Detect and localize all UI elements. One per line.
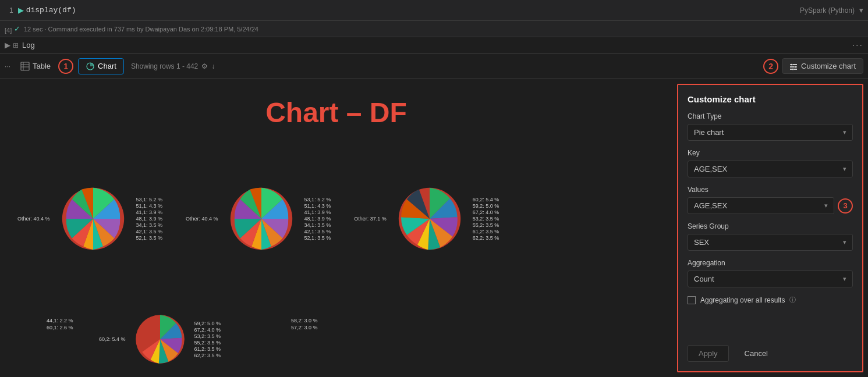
badge-3: 3: [838, 198, 853, 214]
panel-actions: Apply Cancel: [688, 345, 853, 362]
table-icon: [20, 62, 30, 71]
pie-3-bottom-label-0: 58,2: 3.0 %: [291, 318, 318, 323]
series-group-select[interactable]: SEX ▾: [688, 234, 853, 251]
key-select[interactable]: AGE,SEX ▾: [688, 161, 853, 177]
pie-1-right-label-1: 51,1: 4.3 %: [136, 203, 163, 209]
pie-4-svg: [128, 307, 192, 371]
pie-4-right-label-1: 67,2: 4.0 %: [194, 327, 221, 333]
pie-1-right-label-3: 48,1: 3.9 %: [136, 216, 163, 222]
pie-2-right-label-6: 52,1: 3.5 %: [304, 235, 331, 241]
pie-2-svg: [221, 178, 302, 259]
pie-3-right-label-4: 55,2: 3.5 %: [473, 222, 499, 228]
pie-3-right-label-5: 61,2: 3.5 %: [473, 229, 499, 234]
apply-button[interactable]: Apply: [688, 345, 729, 362]
key-label: Key: [688, 149, 853, 157]
aggregating-checkbox[interactable]: [688, 296, 696, 304]
pyspark-chevron-icon[interactable]: ▾: [859, 6, 863, 15]
chart-type-label: Chart Type: [688, 112, 853, 120]
customize-chart-label: Customize chart: [801, 62, 856, 70]
badge-1: 1: [58, 59, 73, 74]
toolbar: ··· Table 1 Chart Showing rows 1 - 442 ⚙…: [0, 54, 868, 79]
pie-4-right-label-2: 53,2: 3.5 %: [194, 333, 221, 339]
customize-panel: Customize chart Chart Type Pie chart ▾ K…: [677, 84, 863, 372]
table-tab-button[interactable]: Table: [13, 58, 58, 74]
values-group: Values AGE,SEX ▾ 3: [688, 186, 853, 214]
pie-2-right-label-5: 42,1: 3.5 %: [304, 229, 331, 234]
pie-1-left-label-0: Other: 40.4 %: [17, 216, 50, 222]
pie-chart-4: 60,2: 5.4 % 59,2: 5.0 % 67,2: 4.0 % 53,2…: [99, 307, 221, 371]
customize-chart-button[interactable]: Customize chart: [782, 58, 863, 74]
pie-1-right-label-5: 42,1: 3.5 %: [136, 229, 163, 234]
pie-3-svg: [389, 178, 470, 259]
pie-3-right-labels: 60,2: 5.4 % 59,2: 5.0 % 67,2: 4.0 % 53,2…: [473, 197, 499, 241]
series-group-chevron-icon: ▾: [843, 239, 846, 246]
chart-type-group: Chart Type Pie chart ▾: [688, 112, 853, 141]
aggregating-info-icon[interactable]: ⓘ: [789, 296, 796, 304]
settings-small-icon[interactable]: ⚙: [201, 62, 208, 70]
key-chevron-icon: ▾: [843, 165, 846, 173]
pie-2-right-label-0: 53,1: 5.2 %: [304, 197, 331, 202]
pie-2-right-label-4: 34,1: 3.5 %: [304, 222, 331, 228]
pie-1-right-label-0: 53,1: 5.2 %: [136, 197, 163, 202]
values-value: AGE,SEX: [694, 201, 727, 210]
panel-title: Customize chart: [688, 94, 756, 104]
status-text: 12 sec · Command executed in 737 ms by D…: [24, 26, 258, 33]
chart-title: Chart – DF: [265, 97, 407, 129]
showing-rows-text: Showing rows 1 - 442: [131, 62, 198, 70]
key-group: Key AGE,SEX ▾: [688, 149, 853, 177]
cancel-button[interactable]: Cancel: [734, 345, 779, 362]
pie-chart-2: Other: 40.4 % 53,1: 5.: [186, 178, 331, 259]
chart-type-select[interactable]: Pie chart ▾: [688, 124, 853, 141]
log-bar: ▶ ⊞ Log ···: [0, 37, 868, 54]
aggregation-select[interactable]: Count ▾: [688, 271, 853, 287]
code-line: display(df): [26, 6, 76, 15]
pie-2-left-labels: Other: 40.4 %: [186, 216, 218, 222]
chart-area: Chart – DF Other: 40.4 %: [0, 79, 672, 377]
pie-1-right-labels: 53,1: 5.2 % 51,1: 4.3 % 41,1: 3.9 % 48,1…: [136, 197, 163, 241]
main-area: Chart – DF Other: 40.4 %: [0, 79, 868, 377]
pie-3-right-label-6: 62,2: 3.5 %: [473, 235, 499, 241]
download-icon[interactable]: ↓: [211, 62, 215, 70]
cell-index: [4]: [5, 26, 12, 33]
pie-2-right-labels: 53,1: 5.2 % 51,1: 4.3 % 41,1: 3.9 % 48,1…: [304, 197, 331, 241]
table-tab-label: Table: [33, 62, 51, 70]
customize-icon: [789, 62, 798, 70]
pie-4-right-label-0: 59,2: 5.0 %: [194, 321, 221, 326]
svg-rect-0: [21, 62, 29, 70]
values-select[interactable]: AGE,SEX ▾: [688, 197, 834, 214]
pie-2-right-label-3: 48,1: 3.9 %: [304, 216, 331, 222]
svg-point-9: [795, 66, 796, 67]
badge-2: 2: [763, 59, 778, 74]
pie-2-right-label-1: 51,1: 4.3 %: [304, 203, 331, 209]
aggregation-label: Aggregation: [688, 259, 853, 267]
status-check-icon: ✓: [14, 24, 20, 33]
aggregating-checkbox-row: Aggregating over all results ⓘ: [688, 296, 853, 304]
run-icon[interactable]: ▶: [18, 6, 24, 15]
chart-type-chevron-icon: ▾: [843, 129, 846, 136]
pie-4-left-label-0: 60,2: 5.4 %: [99, 336, 126, 342]
pie-3-right-label-2: 67,2: 4.0 %: [473, 209, 499, 215]
chart-tab-button[interactable]: Chart: [78, 58, 124, 74]
pie-1-right-label-4: 34,1: 3.5 %: [136, 222, 163, 228]
chart-icon: [86, 62, 95, 71]
svg-point-8: [791, 63, 793, 65]
aggregation-chevron-icon: ▾: [843, 275, 846, 283]
pie-3-right-label-1: 59,2: 5.0 %: [473, 203, 499, 209]
pie-1-bottom-labels: 44,1: 2.2 % 60,1: 2.6 %: [47, 318, 73, 330]
pie-4-right-label-3: 55,2: 3.5 %: [194, 340, 221, 346]
series-group-label: Series Group: [688, 222, 853, 230]
collapse-icon[interactable]: ▶: [5, 41, 10, 49]
pie-1-bottom-label-1: 60,1: 2.6 %: [47, 325, 73, 330]
values-label: Values: [688, 186, 853, 194]
series-group-value: SEX: [694, 238, 709, 247]
more-icon[interactable]: ···: [852, 40, 863, 51]
pyspark-label: PySpark (Python): [800, 6, 855, 15]
pie-1-bottom-label-0: 44,1: 2.2 %: [47, 318, 73, 323]
chart-tab-label: Chart: [98, 62, 116, 70]
sidebar-toggle-icon[interactable]: ···: [5, 62, 10, 70]
pie-3-bottom-labels: 58,2: 3.0 % 57,2: 3.0 %: [291, 318, 318, 330]
cell-number: 1: [5, 6, 18, 15]
series-group-group: Series Group SEX ▾: [688, 222, 853, 251]
pie-3-right-label-3: 53,2: 3.5 %: [473, 216, 499, 222]
pie-3-left-labels: Other: 37.1 %: [354, 216, 387, 222]
